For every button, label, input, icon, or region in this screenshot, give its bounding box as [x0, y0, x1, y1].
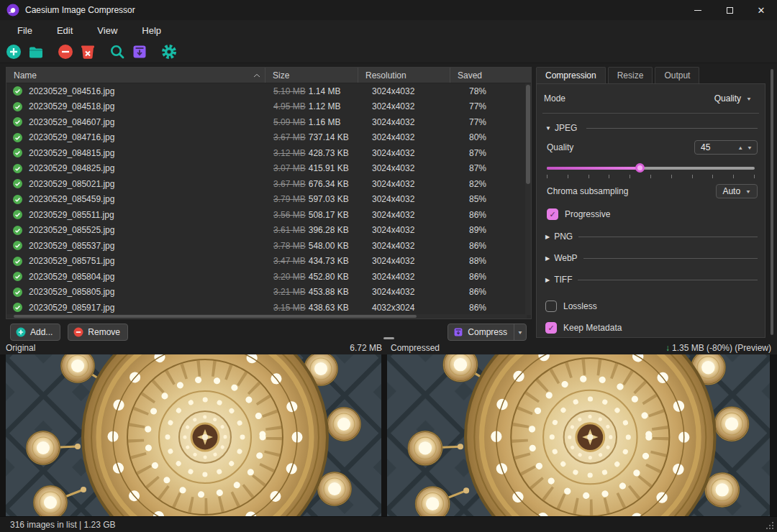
menu-file[interactable]: File — [5, 25, 45, 36]
jpeg-section-header[interactable]: ▼ JPEG — [545, 123, 758, 133]
progressive-checkbox[interactable]: ✓ — [547, 208, 558, 220]
column-header-resolution[interactable]: Resolution — [358, 68, 450, 83]
table-body: 20230529_084516.jpg5.10 MB1.14 MB3024x40… — [6, 83, 531, 315]
column-header-size[interactable]: Size — [265, 68, 358, 83]
preview-icon[interactable] — [109, 44, 125, 60]
scrollbar-thumb[interactable] — [14, 315, 417, 318]
tab-resize[interactable]: Resize — [608, 67, 653, 83]
compressed-check-icon — [13, 102, 22, 111]
table-row[interactable]: 20230529_085511.jpg3.56 MB508.17 KB3024x… — [6, 207, 531, 223]
saved-cell: 88% — [450, 256, 526, 266]
compressed-check-icon — [13, 148, 22, 157]
settings-icon[interactable] — [161, 44, 177, 60]
size-cell: 3.12 MB428.73 KB — [265, 148, 358, 158]
table-row[interactable]: 20230529_085751.jpg3.47 MB434.73 KB3024x… — [6, 254, 531, 270]
resize-grip-icon[interactable] — [772, 522, 773, 523]
settings-tabs: CompressionResizeOutput — [536, 67, 765, 83]
table-row[interactable]: 20230529_084518.jpg4.95 MB1.12 MB3024x40… — [6, 99, 531, 115]
compress-icon[interactable] — [132, 44, 147, 60]
clear-list-icon[interactable] — [80, 44, 96, 60]
add-files-icon[interactable] — [6, 44, 22, 60]
section-tiff[interactable]: ▶TIFF — [545, 275, 758, 285]
compressed-check-icon — [13, 179, 22, 188]
panel-scrollbar[interactable] — [771, 69, 773, 335]
savings-text: 1.35 MB (-80%) (Preview) — [672, 343, 771, 353]
table-row[interactable]: 20230529_084516.jpg5.10 MB1.14 MB3024x40… — [6, 83, 531, 99]
size-cell: 3.78 MB548.00 KB — [265, 241, 358, 251]
saved-cell: 85% — [450, 194, 526, 204]
quality-slider[interactable] — [547, 163, 755, 173]
preview-splitter-handle[interactable] — [383, 337, 394, 339]
compressed-check-icon — [13, 86, 22, 96]
file-name-cell: 20230529_084516.jpg — [6, 86, 265, 96]
close-button[interactable]: ✕ — [745, 0, 777, 20]
window-title: Caesium Image Compressor — [25, 5, 135, 15]
column-header-saved[interactable]: Saved — [450, 68, 526, 83]
table-row[interactable]: 20230529_084815.jpg3.12 MB428.73 KB3024x… — [6, 145, 531, 161]
settings-panel: CompressionResizeOutput Mode Quality ▼ ▼… — [536, 67, 765, 338]
spin-up-icon[interactable]: ▲ — [737, 145, 743, 150]
compression-panel: Mode Quality ▼ ▼ JPEG Quality 45 ▲ ▼ — [536, 83, 765, 338]
spin-down-icon[interactable]: ▼ — [747, 145, 753, 150]
table-row[interactable]: 20230529_085459.jpg3.79 MB597.03 KB3024x… — [6, 192, 531, 208]
menu-edit[interactable]: Edit — [45, 25, 85, 36]
chevron-down-icon: ▼ — [746, 96, 752, 101]
keep-metadata-checkbox[interactable]: ✓ — [545, 322, 557, 334]
table-horizontal-scrollbar[interactable] — [6, 314, 527, 318]
saved-cell: 77% — [450, 117, 526, 127]
status-text: 316 images in list | 1.23 GB — [10, 520, 116, 530]
compress-button[interactable]: Compress — [448, 324, 514, 340]
chroma-subsampling-dropdown[interactable]: Auto ▼ — [716, 184, 758, 198]
add-button[interactable]: Add... — [10, 324, 60, 341]
table-row[interactable]: 20230529_084825.jpg3.07 MB415.91 KB3024x… — [6, 161, 531, 177]
expand-arrow-icon: ▶ — [545, 234, 550, 240]
original-preview-image[interactable] — [6, 354, 381, 516]
resolution-cell: 3024x4032 — [358, 132, 450, 142]
sort-ascending-icon — [253, 73, 260, 78]
section-png[interactable]: ▶PNG — [545, 231, 758, 242]
remove-file-icon[interactable] — [58, 44, 73, 60]
table-row[interactable]: 20230529_084716.jpg3.67 MB737.14 KB3024x… — [6, 130, 531, 146]
section-webp[interactable]: ▶WebP — [545, 253, 758, 263]
quality-label: Quality — [547, 142, 573, 152]
compressed-preview-image[interactable] — [387, 354, 770, 516]
compress-options-button[interactable]: ▼ — [514, 324, 526, 340]
menu-help[interactable]: Help — [130, 25, 173, 36]
open-folder-icon[interactable] — [28, 44, 44, 60]
collapsed-sections: ▶PNG▶WebP▶TIFF — [542, 231, 759, 285]
size-cell: 3.07 MB415.91 KB — [265, 163, 358, 173]
saved-cell: 78% — [450, 86, 526, 96]
scrollbar-thumb[interactable] — [526, 85, 530, 184]
original-preview-header: Original 6.72 MB — [6, 343, 382, 353]
divider — [542, 113, 759, 114]
resolution-cell: 3024x4032 — [358, 225, 450, 235]
table-row[interactable]: 20230529_085917.jpg3.15 MB438.63 KB4032x… — [6, 300, 531, 315]
quality-slider-handle[interactable] — [635, 163, 645, 173]
table-vertical-scrollbar[interactable] — [525, 83, 531, 315]
lossless-checkbox[interactable]: ✓ — [545, 301, 557, 312]
resolution-cell: 3024x4032 — [358, 148, 450, 158]
table-row[interactable]: 20230529_085525.jpg3.61 MB396.28 KB3024x… — [6, 223, 531, 239]
quality-spinbox[interactable]: 45 ▲ ▼ — [694, 140, 758, 155]
mode-dropdown[interactable]: Quality ▼ — [709, 91, 758, 106]
tab-output[interactable]: Output — [655, 67, 699, 83]
table-row[interactable]: 20230529_084607.jpg5.09 MB1.16 MB3024x40… — [6, 114, 531, 130]
table-row[interactable]: 20230529_085805.jpg3.21 MB453.88 KB3024x… — [6, 285, 531, 301]
minimize-button[interactable] — [682, 0, 714, 20]
remove-button[interactable]: Remove — [68, 324, 128, 341]
column-header-name[interactable]: Name — [6, 68, 265, 83]
tab-compression[interactable]: Compression — [536, 67, 606, 83]
table-row[interactable]: 20230529_085021.jpg3.67 MB676.34 KB3024x… — [6, 176, 531, 192]
file-name-cell: 20230529_085537.jpg — [6, 241, 265, 251]
menu-view[interactable]: View — [85, 25, 130, 36]
maximize-button[interactable] — [714, 0, 745, 20]
compressed-check-icon — [13, 195, 22, 204]
table-row[interactable]: 20230529_085804.jpg3.20 MB452.80 KB3024x… — [6, 269, 531, 285]
resolution-cell: 4032x3024 — [358, 303, 450, 313]
table-row[interactable]: 20230529_085537.jpg3.78 MB548.00 KB3024x… — [6, 238, 531, 254]
file-name-cell: 20230529_084716.jpg — [6, 132, 265, 142]
compressed-check-icon — [13, 288, 22, 297]
lossless-label: Lossless — [563, 301, 597, 311]
size-cell: 3.47 MB434.73 KB — [265, 256, 358, 266]
compressed-check-icon — [13, 226, 22, 235]
